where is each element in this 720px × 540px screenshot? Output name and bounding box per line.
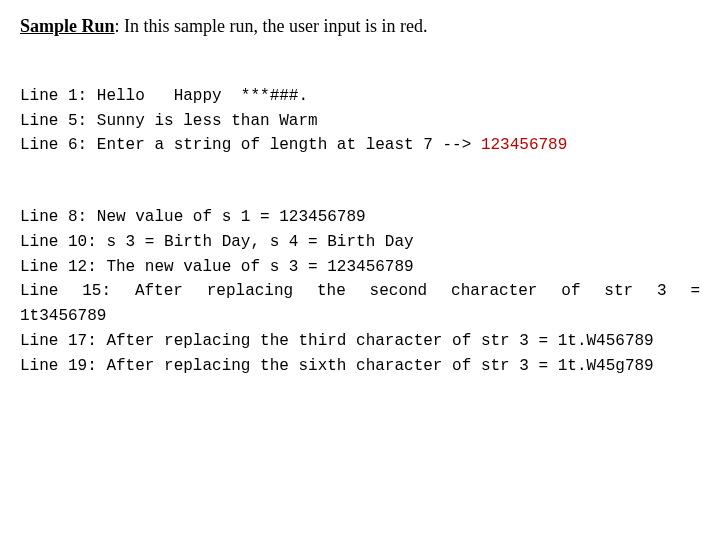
line-17: Line 17: After replacing the third chara… <box>20 332 654 350</box>
line-5: Line 5: Sunny is less than Warm <box>20 112 318 130</box>
line-6-user-input: 123456789 <box>481 136 567 154</box>
line-1: Line 1: Hello Happy ***###. <box>20 87 308 105</box>
line-15-top: Line 15: After replacing the second char… <box>20 279 700 304</box>
line-12: Line 12: The new value of s 3 = 12345678… <box>20 258 414 276</box>
line-10: Line 10: s 3 = Birth Day, s 4 = Birth Da… <box>20 233 414 251</box>
line-6-prompt: Line 6: Enter a string of length at leas… <box>20 136 481 154</box>
line-15-tail: 1t3456789 <box>20 307 106 325</box>
output-block-1: Line 1: Hello Happy ***###. Line 5: Sunn… <box>20 59 700 158</box>
heading: Sample Run: In this sample run, the user… <box>20 16 700 37</box>
heading-rest: : In this sample run, the user input is … <box>115 16 428 36</box>
line-19: Line 19: After replacing the sixth chara… <box>20 357 654 375</box>
output-block-2: Line 8: New value of s 1 = 123456789 Lin… <box>20 180 700 378</box>
blank-gap <box>20 158 700 180</box>
line-8: Line 8: New value of s 1 = 123456789 <box>20 208 366 226</box>
heading-label: Sample Run <box>20 16 115 36</box>
